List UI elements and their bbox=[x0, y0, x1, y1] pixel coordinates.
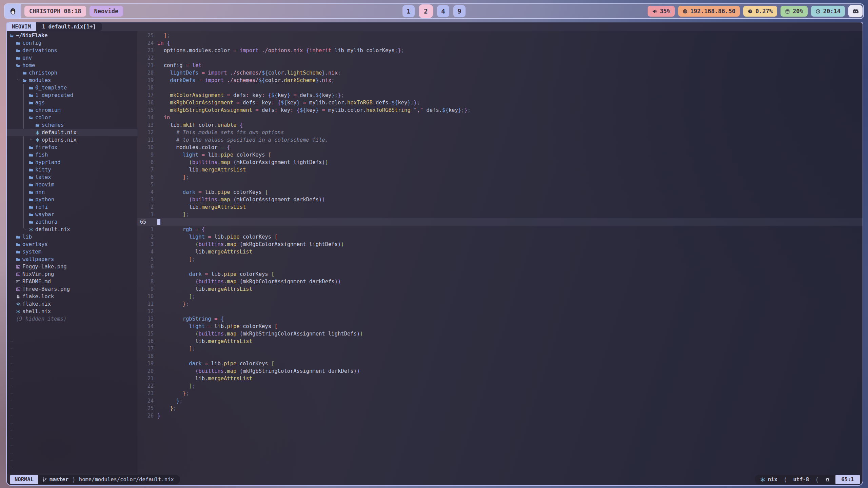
tree-item-color[interactable]: color bbox=[7, 114, 137, 121]
code-line[interactable]: 6 bbox=[137, 263, 863, 270]
code-line[interactable]: 21 lib.mergeAttrsList bbox=[137, 375, 863, 382]
tree-item-flake-nix[interactable]: flake.nix bbox=[7, 300, 137, 308]
code-line[interactable]: 2 light = lib.pipe colorKeys [ bbox=[137, 233, 863, 241]
code-line[interactable]: 20 (builtins.map (mkRgbStringColorAssign… bbox=[137, 367, 863, 375]
code-line[interactable]: 11 # to the values specified in a colors… bbox=[137, 136, 863, 144]
tree-item-modules[interactable]: modules bbox=[7, 77, 137, 84]
tree-item-waybar[interactable]: waybar bbox=[7, 211, 137, 218]
code-area[interactable]: 25 ];24in {23 options.modules.color = im… bbox=[137, 31, 863, 474]
tree-item-home[interactable]: home bbox=[7, 62, 137, 69]
code-line[interactable]: 24in { bbox=[137, 39, 863, 47]
code-line[interactable]: 12 # This module sets its own options bbox=[137, 129, 863, 136]
code-line[interactable]: 11 }; bbox=[137, 300, 863, 308]
tree-item-system[interactable]: system bbox=[7, 248, 137, 256]
tree-item-nixflake[interactable]: ~/NixFlake bbox=[7, 32, 137, 39]
code-line[interactable]: 25 }; bbox=[137, 405, 863, 412]
code-line[interactable]: 7 lib.mergeAttrsList bbox=[137, 166, 863, 174]
code-line[interactable]: 5 ]; bbox=[137, 256, 863, 263]
code-line[interactable]: 18 bbox=[137, 352, 863, 360]
tree-item-schemes[interactable]: schemes bbox=[7, 121, 137, 129]
tree-item-shell-nix[interactable]: shell.nix bbox=[7, 308, 137, 315]
tree-item-wallpapers[interactable]: wallpapers bbox=[7, 256, 137, 263]
workspace-1[interactable]: 1 bbox=[402, 5, 415, 17]
code-line[interactable]: 3 (builtins.map (mkRgbColorAssignment li… bbox=[137, 241, 863, 248]
git-branch[interactable]: master bbox=[42, 476, 68, 483]
tree-item-default-nix[interactable]: default.nix bbox=[7, 129, 137, 136]
code-line[interactable]: 18 bbox=[137, 84, 863, 92]
code-line[interactable]: 23 }; bbox=[137, 390, 863, 397]
code-line[interactable]: 10 ]; bbox=[137, 293, 863, 300]
tree-item-lib[interactable]: lib bbox=[7, 233, 137, 241]
code-line[interactable]: 12 bbox=[137, 308, 863, 315]
workspace-9[interactable]: 9 bbox=[453, 5, 466, 17]
code-line[interactable]: 19 dark = lib.pipe colorKeys [ bbox=[137, 360, 863, 367]
stat-cpu[interactable]: 0.27% bbox=[743, 6, 777, 17]
code-line[interactable]: 17 mkColorAssignment = defs: key: {${key… bbox=[137, 92, 863, 99]
tree-item-overlays[interactable]: overlays bbox=[7, 241, 137, 248]
tree-item-neovim[interactable]: neovim bbox=[7, 181, 137, 188]
tree-item-foggy-lake-png[interactable]: Foggy-Lake.png bbox=[7, 263, 137, 270]
tree-item-0-template[interactable]: 0_template bbox=[7, 84, 137, 92]
code-line[interactable]: 6 ]; bbox=[137, 174, 863, 181]
tree-item-flake-lock[interactable]: flake.lock bbox=[7, 293, 137, 300]
code-line[interactable]: 65 bbox=[137, 218, 863, 226]
code-line[interactable]: 25 ]; bbox=[137, 32, 863, 39]
code-line[interactable]: 22 ]; bbox=[137, 382, 863, 390]
code-line[interactable]: 1 ]; bbox=[137, 211, 863, 218]
code-line[interactable]: 14 in bbox=[137, 114, 863, 121]
code-line[interactable]: 22 bbox=[137, 54, 863, 62]
code-line[interactable]: 17 ]; bbox=[137, 345, 863, 352]
code-line[interactable]: 15 mkRgbStringColorAssignment = defs: ke… bbox=[137, 106, 863, 114]
tree-item-ags[interactable]: ags bbox=[7, 99, 137, 106]
tree-item-config[interactable]: config bbox=[7, 39, 137, 47]
code-line[interactable]: 14 light = lib.pipe colorKeys [ bbox=[137, 323, 863, 330]
code-line[interactable]: 8 (builtins.map (mkRgbColorAssignment da… bbox=[137, 278, 863, 285]
code-line[interactable]: 4 dark = lib.pipe colorKeys [ bbox=[137, 188, 863, 196]
code-line[interactable]: 26} bbox=[137, 412, 863, 420]
tree-item-nnn[interactable]: nnn bbox=[7, 188, 137, 196]
stat-clock[interactable]: 20:14 bbox=[811, 6, 845, 17]
code-line[interactable]: 13 rgbString = { bbox=[137, 315, 863, 323]
code-line[interactable]: 15 (builtins.map (mkRgbStringColorAssign… bbox=[137, 330, 863, 338]
code-line[interactable]: 24 }; bbox=[137, 397, 863, 405]
stat-volume[interactable]: 35% bbox=[648, 6, 675, 17]
tree-item-chromium[interactable]: chromium bbox=[7, 106, 137, 114]
tree-item-default-nix[interactable]: default.nix bbox=[7, 226, 137, 233]
tree-item-9-hidden-items[interactable]: (9 hidden items) bbox=[7, 315, 137, 323]
tree-item-1-deprecated[interactable]: 1_deprecated bbox=[7, 92, 137, 99]
code-line[interactable]: 3 (builtins.map (mkColorAssignment darkD… bbox=[137, 196, 863, 203]
code-line[interactable]: 1 rgb = { bbox=[137, 226, 863, 233]
tree-item-rofi[interactable]: rofi bbox=[7, 203, 137, 211]
active-app-chip[interactable]: Neovide bbox=[90, 6, 123, 17]
code-line[interactable]: 9 lib.mergeAttrsList bbox=[137, 285, 863, 293]
tree-item-nixvim-png[interactable]: NixVim.png bbox=[7, 270, 137, 278]
tree-item-zathura[interactable]: zathura bbox=[7, 218, 137, 226]
code-line[interactable]: 8 (builtins.map (mkColorAssignment light… bbox=[137, 159, 863, 166]
code-line[interactable]: 23 options.modules.color = import ./opti… bbox=[137, 47, 863, 54]
tree-item-hyprland[interactable]: hyprland bbox=[7, 159, 137, 166]
code-line[interactable]: 10 modules.color = { bbox=[137, 144, 863, 151]
tree-item-options-nix[interactable]: options.nix bbox=[7, 136, 137, 144]
code-line[interactable]: 19 darkDefs = import ./schemes/${color.d… bbox=[137, 77, 863, 84]
tree-item-firefox[interactable]: firefox bbox=[7, 144, 137, 151]
code-line[interactable]: 2 lib.mergeAttrsList bbox=[137, 203, 863, 211]
tree-item-fish[interactable]: fish bbox=[7, 151, 137, 159]
code-line[interactable]: 16 lib.mergeAttrsList bbox=[137, 338, 863, 345]
tree-item-kitty[interactable]: kitty bbox=[7, 166, 137, 174]
tree-item-three-bears-png[interactable]: Three-Bears.png bbox=[7, 285, 137, 293]
code-line[interactable]: 7 dark = lib.pipe colorKeys [ bbox=[137, 270, 863, 278]
code-line[interactable]: 16 mkRgbColorAssignment = defs: key: {${… bbox=[137, 99, 863, 106]
tree-item-christoph[interactable]: christoph bbox=[7, 69, 137, 77]
tree-item-env[interactable]: env bbox=[7, 54, 137, 62]
tab-default-nix[interactable]: 1 default.nix[1+] bbox=[36, 22, 102, 31]
code-line[interactable]: 5 bbox=[137, 181, 863, 188]
os-logo-chip[interactable] bbox=[5, 4, 21, 18]
tree-item-python[interactable]: python bbox=[7, 196, 137, 203]
discord-tray-chip[interactable] bbox=[848, 5, 863, 17]
tree-item-readme-md[interactable]: README.md bbox=[7, 278, 137, 285]
stat-disk[interactable]: 20% bbox=[781, 6, 808, 17]
stat-network[interactable]: 192.168.86.50 bbox=[678, 6, 740, 17]
code-line[interactable]: 9 light = lib.pipe colorKeys [ bbox=[137, 151, 863, 159]
code-line[interactable]: 13 lib.mkIf color.enable { bbox=[137, 121, 863, 129]
code-line[interactable]: 4 lib.mergeAttrsList bbox=[137, 248, 863, 256]
